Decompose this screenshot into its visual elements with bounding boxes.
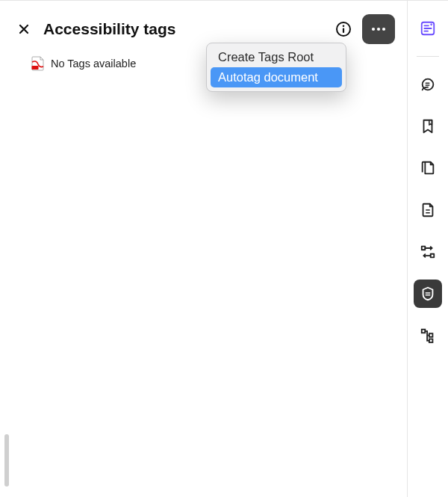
- menu-item-create-tags-root[interactable]: Create Tags Root: [211, 47, 342, 67]
- svg-point-3: [372, 28, 375, 31]
- close-panel-button[interactable]: [12, 17, 36, 41]
- panel-title: Accessibility tags: [43, 20, 331, 38]
- accessibility-tags-icon[interactable]: [414, 280, 442, 308]
- document-icon[interactable]: [414, 196, 442, 224]
- ellipsis-icon: [370, 27, 387, 31]
- pages-icon[interactable]: [414, 154, 442, 182]
- pdf-icon: [31, 56, 45, 71]
- comment-search-icon[interactable]: [414, 70, 442, 99]
- svg-point-4: [377, 28, 380, 31]
- info-icon: [335, 21, 352, 37]
- empty-state-text: No Tags available: [51, 58, 136, 70]
- svg-rect-2: [343, 28, 344, 34]
- info-button[interactable]: [331, 16, 356, 42]
- bookmark-icon[interactable]: [414, 112, 442, 141]
- svg-point-1: [343, 25, 345, 28]
- menu-item-autotag-document[interactable]: Autotag document: [211, 67, 342, 87]
- more-options-menu: Create Tags RootAutotag document: [206, 43, 346, 92]
- svg-point-5: [382, 28, 385, 31]
- rail-divider: [417, 56, 439, 57]
- close-icon: [18, 23, 30, 35]
- panel-header: Accessibility tags: [0, 1, 407, 47]
- more-options-button[interactable]: [362, 14, 395, 44]
- scrollbar-thumb[interactable]: [4, 434, 9, 487]
- structure-tree-icon[interactable]: [414, 321, 442, 350]
- ai-sparkle-panel-icon[interactable]: [414, 14, 442, 43]
- right-tool-rail: [407, 1, 448, 497]
- reading-order-icon[interactable]: [414, 238, 442, 266]
- svg-rect-6: [32, 66, 39, 70]
- accessibility-tags-panel: Accessibility tags No Tags available Cre…: [0, 1, 407, 497]
